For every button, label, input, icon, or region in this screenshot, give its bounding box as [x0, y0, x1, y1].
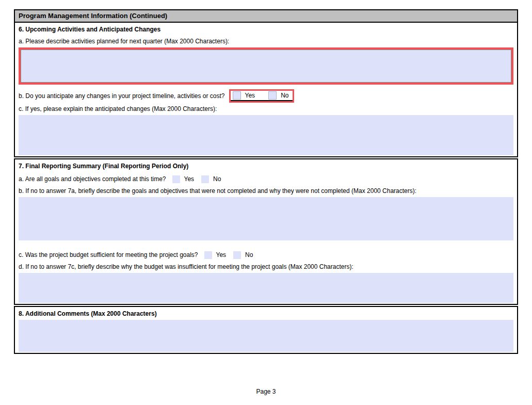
question-7a-no-checkbox[interactable]: [201, 175, 209, 183]
question-6c-textarea[interactable]: [19, 115, 513, 155]
question-7b-label: b. If no to answer 7a, briefly describe …: [19, 187, 513, 195]
question-7b-textarea[interactable]: [19, 197, 513, 240]
question-7c-row: c. Was the project budget sufficient for…: [19, 251, 513, 259]
question-7d-textarea[interactable]: [19, 273, 513, 303]
question-6b-yes-label: Yes: [245, 91, 255, 100]
question-7c-no-label: No: [245, 251, 253, 259]
form-page: Program Management Information (Continue…: [14, 9, 518, 354]
section-7-title: 7. Final Reporting Summary (Final Report…: [19, 163, 513, 170]
question-6c-label: c. If yes, please explain the anticipate…: [19, 105, 513, 113]
question-7a-row: a. Are all goals and objectives complete…: [19, 175, 513, 183]
question-6b-highlight-border: Yes No: [229, 89, 295, 103]
question-6b-no-checkbox[interactable]: [268, 91, 277, 100]
question-6b-no-label: No: [281, 91, 288, 100]
question-6b-row: b. Do you anticipate any changes in your…: [19, 89, 513, 103]
question-7a-no-label: No: [213, 175, 221, 183]
question-6b-yes-no-group: Yes No: [231, 91, 293, 101]
question-6a-textarea[interactable]: [21, 50, 511, 83]
question-7a-yes-checkbox[interactable]: [172, 175, 180, 183]
section-7-final-reporting: 7. Final Reporting Summary (Final Report…: [14, 158, 518, 305]
question-6b-label: b. Do you anticipate any changes in your…: [19, 92, 225, 100]
section-8-textarea[interactable]: [19, 320, 513, 352]
page-section-header: Program Management Information (Continue…: [14, 9, 518, 23]
section-8-additional-comments: 8. Additional Comments (Max 2000 Charact…: [14, 306, 518, 354]
question-7c-yes-checkbox[interactable]: [204, 251, 212, 259]
page-number: Page 3: [0, 388, 532, 395]
section-6-title: 6. Upcoming Activities and Anticipated C…: [19, 26, 513, 34]
section-8-title: 8. Additional Comments (Max 2000 Charact…: [19, 310, 513, 318]
question-6a-highlight-border: [19, 47, 513, 85]
question-7c-yes-label: Yes: [216, 251, 227, 259]
question-7c-label: c. Was the project budget sufficient for…: [19, 251, 198, 259]
question-7a-label: a. Are all goals and objectives complete…: [19, 175, 166, 183]
question-6b-yes-checkbox[interactable]: [233, 91, 241, 100]
page-section-header-title: Program Management Information (Continue…: [19, 12, 167, 20]
question-6a-label: a. Please describe activities planned fo…: [19, 38, 513, 45]
question-7a-yes-label: Yes: [184, 175, 195, 183]
section-6-upcoming-activities: 6. Upcoming Activities and Anticipated C…: [14, 22, 518, 157]
question-7c-no-checkbox[interactable]: [233, 251, 241, 259]
question-7d-label: d. If no to answer 7c, briefly describe …: [19, 263, 513, 271]
